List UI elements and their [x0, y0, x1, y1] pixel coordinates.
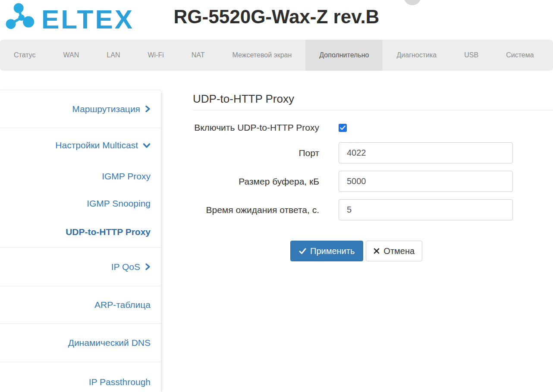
page: ELTEX RG-5520G-Wax-Z rev.B Статус WAN LA… — [0, 0, 553, 392]
port-label: Порт — [193, 148, 319, 158]
device-title: RG-5520G-Wax-Z rev.B — [0, 6, 553, 28]
sidebar-item-routing[interactable]: Маршрутизация — [0, 90, 161, 128]
check-icon — [299, 248, 306, 254]
sidebar: Маршрутизация Настройки Multicast IGMP P… — [0, 90, 161, 392]
response-timeout-row: Время ожидания ответа, с. — [193, 199, 553, 220]
sidebar-item-label: Настройки Multicast — [55, 140, 138, 151]
chevron-right-icon — [145, 105, 151, 113]
buffer-size-row: Размер буфера, кБ — [193, 171, 553, 192]
form-buttons: Применить Отмена — [290, 241, 553, 261]
page-title: UDP-to-HTTP Proxy — [193, 92, 553, 106]
enable-proxy-checkbox[interactable] — [339, 124, 347, 132]
tab-firewall[interactable]: Межсетевой экран — [219, 40, 306, 71]
response-timeout-label: Время ожидания ответа, с. — [193, 205, 319, 215]
top-circle-decoration — [404, 0, 421, 5]
tab-nat[interactable]: NAT — [178, 40, 219, 71]
sidebar-item-label: IP QoS — [111, 262, 140, 272]
sidebar-item-ip-passthrough[interactable]: IP Passthrough — [0, 362, 161, 392]
sidebar-item-arp-table[interactable]: ARP-таблица — [0, 286, 161, 324]
apply-button-label: Применить — [310, 246, 355, 256]
header: ELTEX RG-5520G-Wax-Z rev.B — [0, 0, 553, 40]
sidebar-item-label: IP Passthrough — [89, 377, 151, 387]
tab-diagnostics[interactable]: Диагностика — [383, 40, 450, 71]
heading-divider — [193, 110, 553, 110]
port-row: Порт — [193, 142, 553, 163]
tab-wan[interactable]: WAN — [50, 40, 93, 71]
buffer-size-input[interactable] — [339, 171, 513, 192]
enable-proxy-row: Включить UDP-to-HTTP Proxy — [193, 120, 553, 135]
tab-advanced[interactable]: Дополнительно — [305, 40, 383, 71]
sidebar-item-igmp-snooping[interactable]: IGMP Snooping — [0, 190, 161, 217]
cancel-button-label: Отмена — [383, 246, 415, 256]
close-icon — [374, 248, 380, 254]
main-panel: UDP-to-HTTP Proxy Включить UDP-to-HTTP P… — [161, 71, 553, 392]
sidebar-item-label: UDP-to-HTTP Proxy — [66, 227, 151, 237]
check-icon — [340, 125, 346, 130]
sidebar-item-multicast-settings[interactable]: Настройки Multicast — [0, 128, 161, 163]
sidebar-item-label: IGMP Proxy — [102, 171, 151, 182]
main-nav: Статус WAN LAN Wi-Fi NAT Межсетевой экра… — [0, 40, 553, 71]
tab-usb[interactable]: USB — [450, 40, 492, 71]
tab-status[interactable]: Статус — [0, 40, 50, 71]
cancel-button[interactable]: Отмена — [366, 241, 422, 261]
tab-system[interactable]: Система — [492, 40, 547, 71]
tab-lan[interactable]: LAN — [93, 40, 134, 71]
apply-button[interactable]: Применить — [290, 241, 363, 261]
buffer-size-label: Размер буфера, кБ — [193, 176, 319, 187]
content: Маршрутизация Настройки Multicast IGMP P… — [0, 71, 553, 392]
enable-proxy-label: Включить UDP-to-HTTP Proxy — [193, 122, 319, 133]
chevron-right-icon — [145, 263, 151, 270]
sidebar-item-label: IGMP Snooping — [87, 198, 151, 209]
response-timeout-input[interactable] — [339, 199, 513, 220]
sidebar-item-udp-to-http-proxy[interactable]: UDP-to-HTTP Proxy — [0, 217, 161, 248]
sidebar-item-igmp-proxy[interactable]: IGMP Proxy — [0, 163, 161, 190]
sidebar-item-dynamic-dns[interactable]: Динамический DNS — [0, 324, 161, 362]
tab-wifi[interactable]: Wi-Fi — [134, 40, 177, 71]
sidebar-item-label: Маршрутизация — [72, 104, 140, 114]
sidebar-item-label: Динамический DNS — [68, 338, 151, 348]
port-input[interactable] — [339, 142, 513, 163]
sidebar-item-label: ARP-таблица — [94, 300, 151, 310]
sidebar-item-ip-qos[interactable]: IP QoS — [0, 248, 161, 286]
chevron-down-icon — [143, 143, 151, 148]
